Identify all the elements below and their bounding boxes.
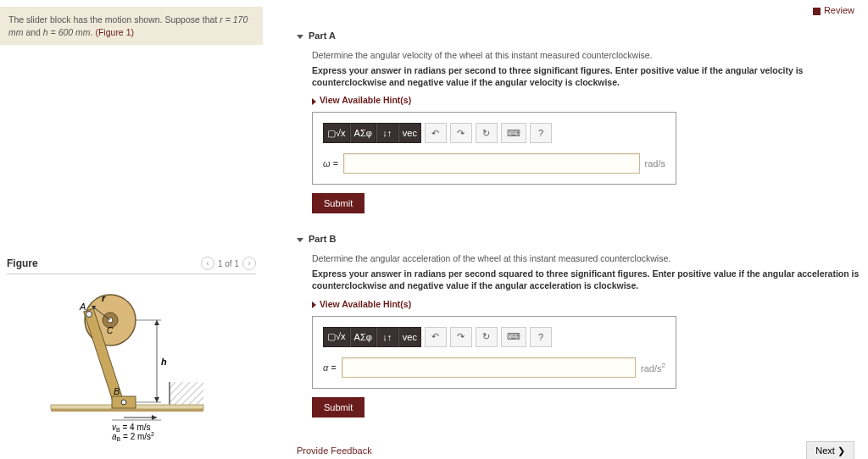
toolbar-undo-button[interactable]: ↶ [425,327,447,347]
figure-prev-button[interactable]: ‹ [201,257,214,270]
figure-diagram: A C r h B vB = 4 m/s aB = 2 m/s2 [42,285,220,445]
part-b-header[interactable]: Part B [297,229,861,250]
svg-point-14 [121,400,126,405]
toolbar-greek-button[interactable]: ΑΣφ [350,327,376,347]
review-link[interactable]: Review [824,5,854,15]
flag-icon [813,8,821,15]
toolbar-reset-button[interactable]: ↻ [476,327,498,347]
part-b-answer-box: ▢√x ΑΣφ ↓↑ vec ↶ ↷ ↻ ⌨ ? α = [312,316,676,389]
part-b-prompt: Determine the angular acceleration of th… [312,253,861,263]
svg-marker-21 [152,415,157,420]
part-a-instructions: Express your answer in radians per secon… [312,65,861,88]
toolbar-help-button[interactable]: ? [530,327,552,347]
toolbar-undo-button[interactable]: ↶ [425,123,447,143]
part-b-answer-input[interactable] [342,357,636,378]
toolbar-greek-button[interactable]: ΑΣφ [350,123,376,143]
svg-text:B: B [114,386,120,396]
problem-statement: The slider block has the motion shown. S… [0,7,263,45]
toolbar-templates-button[interactable]: ▢√x [323,327,350,347]
svg-text:A: A [79,301,86,312]
part-a: Part A Determine the angular velocity of… [297,25,861,213]
figure-pager: ‹ 1 of 1 › [201,257,256,270]
svg-text:C: C [107,326,114,335]
toolbar-keyboard-button[interactable]: ⌨ [501,327,526,347]
svg-marker-18 [154,320,159,325]
part-a-unit-label: rad/s [645,158,665,169]
part-a-answer-box: ▢√x ΑΣφ ↓↑ vec ↶ ↷ ↻ ⌨ ? ω = [312,112,676,185]
toolbar-keyboard-button[interactable]: ⌨ [501,123,526,143]
svg-point-12 [86,312,92,318]
toolbar-templates-button[interactable]: ▢√x [323,123,350,143]
toolbar-vec-button[interactable]: vec [398,123,421,143]
part-a-submit-button[interactable]: Submit [312,193,364,213]
part-a-header[interactable]: Part A [297,25,861,47]
caret-down-icon [297,35,303,39]
toolbar-redo-button[interactable]: ↷ [450,123,472,143]
toolbar-vec-button[interactable]: vec [398,327,421,347]
svg-text:r: r [102,293,106,303]
part-a-answer-input[interactable] [343,153,639,174]
figure-link[interactable]: (Figure 1) [95,27,134,37]
toolbar-help-button[interactable]: ? [530,123,552,143]
part-b: Part B Determine the angular acceleratio… [297,229,861,417]
part-b-instructions: Express your answer in radians per secon… [312,268,861,291]
part-a-hints-link[interactable]: View Available Hint(s) [312,95,411,105]
figure-title: Figure [7,257,38,269]
svg-rect-4 [51,409,203,412]
part-b-variable-label: α = [323,362,337,373]
toolbar-reset-button[interactable]: ↻ [476,123,498,143]
toolbar-subscript-button[interactable]: ↓↑ [376,327,398,347]
part-b-submit-button[interactable]: Submit [312,397,364,418]
svg-marker-19 [154,397,159,402]
triangle-right-icon [312,98,316,105]
part-b-unit-label: rad/s2 [641,362,665,373]
toolbar-redo-button[interactable]: ↷ [450,327,472,347]
equation-toolbar: ▢√x ΑΣφ ↓↑ vec ↶ ↷ ↻ ⌨ ? [323,327,665,347]
provide-feedback-link[interactable]: Provide Feedback [297,445,372,456]
part-a-variable-label: ω = [323,158,338,169]
equation-toolbar: ▢√x ΑΣφ ↓↑ vec ↶ ↷ ↻ ⌨ ? [323,123,665,143]
part-b-hints-link[interactable]: View Available Hint(s) [312,299,411,309]
next-button[interactable]: Next ❯ [806,441,854,459]
svg-text:h: h [161,357,167,367]
triangle-right-icon [312,301,316,308]
figure-next-button[interactable]: › [242,257,256,270]
part-a-prompt: Determine the angular velocity of the wh… [312,50,861,60]
caret-down-icon [297,238,303,242]
toolbar-subscript-button[interactable]: ↓↑ [376,123,398,143]
